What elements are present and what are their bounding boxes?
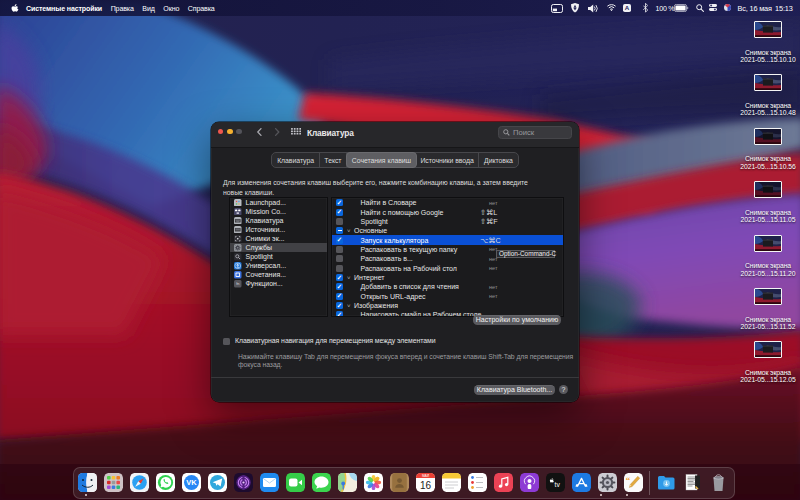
svg-text:tv: tv <box>554 481 560 488</box>
svg-text:fn: fn <box>236 282 239 286</box>
svg-text:VK: VK <box>186 479 197 488</box>
svg-text:16: 16 <box>419 480 431 491</box>
svg-text:МАЙ: МАЙ <box>421 474 429 478</box>
svg-text:A: A <box>625 4 630 11</box>
svg-text:“: “ <box>625 475 630 485</box>
